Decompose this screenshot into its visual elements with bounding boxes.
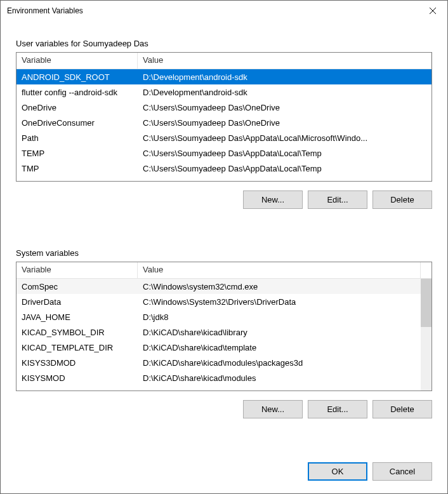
close-button[interactable] xyxy=(418,1,447,20)
system-buttons: New... Edit... Delete xyxy=(16,400,432,418)
value-cell: D:\Development\android-sdk xyxy=(138,86,432,98)
value-cell: C:\Windows\System32\Drivers\DriverData xyxy=(138,296,432,308)
list-body: ComSpecC:\Windows\system32\cmd.exeDriver… xyxy=(16,279,432,385)
scrollbar[interactable] xyxy=(421,279,432,391)
table-row[interactable]: KICAD_SYMBOL_DIRD:\KiCAD\share\kicad\lib… xyxy=(16,324,432,340)
table-row[interactable]: KISYSMODD:\KiCAD\share\kicad\modules xyxy=(16,370,432,385)
variable-cell: OneDriveConsumer xyxy=(16,117,138,129)
column-header-variable[interactable]: Variable xyxy=(16,262,138,279)
user-variables-label: User variables for Soumyadeep Das xyxy=(16,39,432,48)
value-cell: C:\Users\Soumyadeep Das\OneDrive xyxy=(138,117,432,129)
variable-cell: TEMP xyxy=(16,147,138,159)
list-body: ANDROID_SDK_ROOTD:\Development\android-s… xyxy=(16,69,432,176)
variable-cell: KICAD_SYMBOL_DIR xyxy=(16,326,138,338)
user-buttons: New... Edit... Delete xyxy=(16,190,432,209)
variable-cell: ANDROID_SDK_ROOT xyxy=(16,71,138,83)
variable-cell: ComSpec xyxy=(16,281,138,293)
table-row[interactable]: TEMPC:\Users\Soumyadeep Das\AppData\Loca… xyxy=(16,145,432,161)
system-variables-label: System variables xyxy=(16,248,432,258)
variable-cell: KISYSMOD xyxy=(16,372,138,384)
header-scroll-spacer xyxy=(421,262,432,279)
column-header-variable[interactable]: Variable xyxy=(16,53,138,69)
value-cell: D:\KiCAD\share\kicad\library xyxy=(138,326,432,338)
system-new-button[interactable]: New... xyxy=(243,400,303,418)
table-row[interactable]: KICAD_TEMPLATE_DIRD:\KiCAD\share\kicad\t… xyxy=(16,340,432,355)
table-row[interactable]: TMPC:\Users\Soumyadeep Das\AppData\Local… xyxy=(16,161,432,176)
system-edit-button[interactable]: Edit... xyxy=(308,400,367,418)
dialog-title: Environment Variables xyxy=(7,6,418,15)
system-variables-list[interactable]: Variable Value ComSpecC:\Windows\system3… xyxy=(16,262,432,391)
table-row[interactable]: ANDROID_SDK_ROOTD:\Development\android-s… xyxy=(16,69,432,84)
dialog-buttons: OK Cancel xyxy=(1,451,447,493)
cancel-button[interactable]: Cancel xyxy=(372,462,432,481)
table-row[interactable]: OneDriveC:\Users\Soumyadeep Das\OneDrive xyxy=(16,100,432,115)
table-row[interactable]: flutter config --android-sdkD:\Developme… xyxy=(16,84,432,100)
value-cell: C:\Users\Soumyadeep Das\AppData\Local\Te… xyxy=(138,163,432,175)
value-cell: D:\jdk8 xyxy=(138,311,432,323)
ok-button[interactable]: OK xyxy=(308,462,367,481)
column-header-value[interactable]: Value xyxy=(138,53,432,69)
table-row[interactable]: DriverDataC:\Windows\System32\Drivers\Dr… xyxy=(16,294,432,309)
table-row[interactable]: ComSpecC:\Windows\system32\cmd.exe xyxy=(16,279,432,294)
value-cell: D:\Development\android-sdk xyxy=(138,71,432,83)
table-row[interactable]: OneDriveConsumerC:\Users\Soumyadeep Das\… xyxy=(16,115,432,130)
variable-cell: KICAD_TEMPLATE_DIR xyxy=(16,342,138,354)
list-header: Variable Value xyxy=(16,262,432,279)
titlebar: Environment Variables xyxy=(1,1,447,21)
close-icon xyxy=(430,8,436,14)
variable-cell: flutter config --android-sdk xyxy=(16,86,138,98)
scrollbar-thumb[interactable] xyxy=(421,279,432,327)
table-row[interactable]: KISYS3DMODD:\KiCAD\share\kicad\modules\p… xyxy=(16,355,432,370)
table-row[interactable]: PathC:\Users\Soumyadeep Das\AppData\Loca… xyxy=(16,130,432,145)
system-delete-button[interactable]: Delete xyxy=(372,400,432,418)
variable-cell: JAVA_HOME xyxy=(16,311,138,323)
value-cell: C:\Windows\system32\cmd.exe xyxy=(138,281,432,293)
value-cell: D:\KiCAD\share\kicad\template xyxy=(138,342,432,354)
environment-variables-dialog: Environment Variables User variables for… xyxy=(0,0,448,494)
variable-cell: Path xyxy=(16,132,138,144)
value-cell: C:\Users\Soumyadeep Das\AppData\Local\Mi… xyxy=(138,132,432,144)
column-header-value[interactable]: Value xyxy=(138,262,421,279)
variable-cell: DriverData xyxy=(16,296,138,308)
user-variables-list[interactable]: Variable Value ANDROID_SDK_ROOTD:\Develo… xyxy=(16,52,432,182)
dialog-content: User variables for Soumyadeep Das Variab… xyxy=(1,21,447,451)
user-delete-button[interactable]: Delete xyxy=(372,190,432,209)
value-cell: C:\Users\Soumyadeep Das\AppData\Local\Te… xyxy=(138,147,432,159)
user-edit-button[interactable]: Edit... xyxy=(308,190,367,209)
table-row[interactable]: JAVA_HOMED:\jdk8 xyxy=(16,309,432,324)
list-header: Variable Value xyxy=(16,53,432,69)
variable-cell: OneDrive xyxy=(16,102,138,114)
user-new-button[interactable]: New... xyxy=(243,190,303,209)
value-cell: D:\KiCAD\share\kicad\modules xyxy=(138,372,432,384)
variable-cell: KISYS3DMOD xyxy=(16,357,138,369)
value-cell: C:\Users\Soumyadeep Das\OneDrive xyxy=(138,102,432,114)
value-cell: D:\KiCAD\share\kicad\modules\packages3d xyxy=(138,357,432,369)
variable-cell: TMP xyxy=(16,163,138,175)
